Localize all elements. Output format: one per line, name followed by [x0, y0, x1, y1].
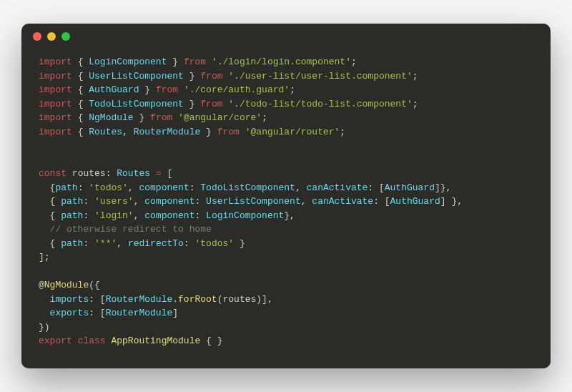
- brace: },: [284, 210, 295, 221]
- decorator-name: NgModule: [44, 280, 89, 290]
- brace: {: [50, 196, 61, 207]
- variable: routes: [72, 168, 106, 179]
- property: imports: [50, 294, 89, 305]
- method: forRoot: [178, 294, 217, 305]
- colon: : [: [89, 308, 105, 318]
- semicolon: ;: [262, 112, 267, 123]
- brace: }: [200, 127, 212, 137]
- string: 'login': [94, 210, 134, 221]
- comma: ,: [134, 196, 145, 207]
- semicolon: ;: [290, 84, 295, 95]
- colon: :: [194, 196, 206, 207]
- identifier: LoginComponent: [89, 57, 167, 67]
- comma: ,: [295, 182, 307, 193]
- comma: ,: [134, 210, 145, 221]
- identifier: AuthGuard: [89, 84, 139, 95]
- keyword-from: from: [200, 99, 222, 109]
- brace: {: [50, 210, 61, 221]
- brace: {: [78, 127, 89, 137]
- identifier: LoginComponent: [206, 210, 284, 221]
- window-titlebar: [21, 24, 551, 49]
- close-dot-icon[interactable]: [33, 32, 41, 41]
- string: '@angular/core': [178, 112, 262, 123]
- bracket: ];: [39, 252, 50, 263]
- identifier: TodoListComponent: [89, 99, 184, 109]
- dot: .: [172, 294, 178, 305]
- string: 'users': [94, 196, 134, 207]
- maximize-dot-icon[interactable]: [61, 32, 70, 41]
- variable: routes: [222, 294, 256, 305]
- comma: ,: [117, 238, 128, 249]
- colon: :: [78, 182, 89, 193]
- brace: {: [78, 71, 89, 82]
- brace: }: [167, 57, 178, 67]
- type: Routes: [117, 168, 150, 179]
- colon: :: [189, 182, 201, 193]
- property: path: [61, 196, 83, 207]
- brace: }: [134, 112, 145, 123]
- brace: }: [184, 99, 195, 109]
- decorator-at: @: [39, 280, 44, 290]
- property: exports: [50, 308, 89, 318]
- brace: {: [78, 84, 89, 95]
- string: './user-list/user-list.component': [228, 71, 412, 82]
- colon: :: [83, 238, 94, 249]
- brace: {: [78, 99, 89, 109]
- paren: ({: [89, 280, 100, 290]
- brace: }: [234, 238, 245, 249]
- identifier: RouterModule: [106, 294, 173, 305]
- property: component: [144, 210, 194, 221]
- string: '@angular/router': [245, 127, 340, 137]
- keyword-from: from: [184, 57, 206, 67]
- identifier: RouterModule: [106, 308, 173, 318]
- semicolon: ;: [413, 71, 418, 82]
- brace: ] },: [440, 196, 463, 207]
- string: 'todos': [195, 238, 235, 249]
- brace: }: [184, 71, 195, 82]
- identifier: TodoListComponent: [200, 182, 295, 193]
- code-content: import { LoginComponent } from './login/…: [21, 49, 551, 368]
- colon: : [: [373, 196, 390, 207]
- keyword-from: from: [200, 71, 222, 82]
- paren: )],: [256, 294, 272, 305]
- paren: }): [39, 322, 50, 333]
- keyword-import: import: [39, 127, 72, 137]
- equals: =: [156, 168, 162, 179]
- colon: :: [106, 168, 117, 179]
- colon: : [: [368, 182, 384, 193]
- bracket: [: [167, 168, 173, 179]
- keyword-import: import: [39, 84, 72, 95]
- keyword-const: const: [39, 168, 66, 179]
- semicolon: ;: [413, 99, 418, 109]
- property: redirectTo: [128, 238, 184, 249]
- property: canActivate: [307, 182, 368, 193]
- identifier: RouterModule: [134, 127, 201, 137]
- brace: {: [78, 57, 89, 67]
- code-window: import { LoginComponent } from './login/…: [21, 24, 551, 368]
- keyword-export: export: [39, 335, 72, 346]
- comma: ,: [128, 182, 139, 193]
- brace: {: [78, 112, 89, 123]
- identifier: AuthGuard: [390, 196, 440, 207]
- keyword-from: from: [156, 84, 178, 95]
- minimize-dot-icon[interactable]: [47, 32, 56, 41]
- identifier: UserListComponent: [89, 71, 184, 82]
- keyword-import: import: [39, 57, 72, 67]
- colon: :: [83, 210, 94, 221]
- string: './todo-list/todo-list.component': [228, 99, 412, 109]
- string: './core/auth.guard': [184, 84, 290, 95]
- identifier: Routes: [89, 127, 122, 137]
- identifier: NgModule: [89, 112, 133, 123]
- comma: ,: [122, 127, 134, 137]
- string: '**': [94, 238, 117, 249]
- bracket: ]: [172, 308, 178, 318]
- keyword-class: class: [78, 335, 106, 346]
- string: './login/login.component': [212, 57, 351, 67]
- string: 'todos': [89, 182, 128, 193]
- property: canActivate: [312, 196, 373, 207]
- property: path: [61, 238, 83, 249]
- class-name: AppRoutingModule: [111, 335, 200, 346]
- property: component: [139, 182, 189, 193]
- colon: :: [184, 238, 195, 249]
- colon: :: [83, 196, 94, 207]
